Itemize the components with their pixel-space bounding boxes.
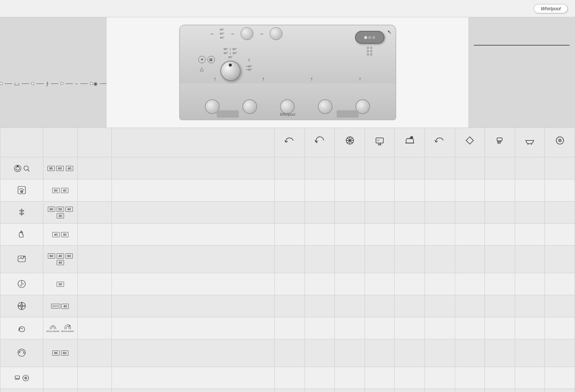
opt-rinse bbox=[455, 339, 485, 367]
col-drain-header: +° bbox=[365, 128, 395, 157]
opt-shower bbox=[485, 367, 515, 389]
opt-drain bbox=[365, 202, 395, 224]
opt-drain bbox=[365, 317, 395, 339]
col-stop-header bbox=[545, 128, 575, 157]
program-cell bbox=[0, 295, 43, 317]
program-cell bbox=[0, 224, 43, 246]
desc-cell bbox=[112, 367, 275, 389]
opt-shower bbox=[485, 295, 515, 317]
temp-badge: 30 bbox=[57, 282, 64, 287]
machine-brand-text: Whirlpool bbox=[280, 113, 295, 117]
svg-line-28 bbox=[500, 142, 500, 144]
opt-halfload bbox=[425, 157, 455, 179]
opt-shower bbox=[485, 224, 515, 246]
opt-spin2 bbox=[305, 157, 335, 179]
temp-badge: 60 bbox=[48, 253, 55, 259]
svg-line-22 bbox=[497, 141, 498, 142]
temp-cell bbox=[77, 273, 111, 295]
temp-badge: 95 bbox=[52, 350, 60, 356]
temp-cell bbox=[77, 367, 111, 389]
opt-halfload bbox=[425, 246, 455, 273]
desc-cell bbox=[112, 246, 275, 273]
svg-point-37 bbox=[24, 166, 28, 170]
opt-rinse bbox=[455, 317, 485, 339]
opt-eco bbox=[335, 339, 365, 367]
svg-line-27 bbox=[499, 142, 499, 144]
opt-stop bbox=[545, 202, 575, 224]
desc-cell bbox=[112, 295, 275, 317]
opt-shower bbox=[485, 339, 515, 367]
opt-prewash bbox=[395, 202, 425, 224]
opt-prewash bbox=[395, 339, 425, 367]
svg-text:+°: +° bbox=[377, 139, 380, 142]
machine-foot-right bbox=[337, 110, 359, 118]
svg-line-26 bbox=[498, 142, 498, 144]
opt-stop bbox=[545, 339, 575, 367]
opt-shower bbox=[485, 317, 515, 339]
opt-tub bbox=[515, 273, 545, 295]
opt-spin2 bbox=[305, 224, 335, 246]
table-header-row: +° bbox=[0, 128, 575, 157]
opt-spin2 bbox=[305, 367, 335, 389]
opt-halfload bbox=[425, 295, 455, 317]
desc-cell bbox=[112, 224, 275, 246]
col-tub-header bbox=[515, 128, 545, 157]
opt-shower bbox=[485, 202, 515, 224]
col-halfload-header bbox=[425, 128, 455, 157]
opt-spin1 bbox=[275, 367, 305, 389]
opt-rinse bbox=[455, 246, 485, 273]
col-fabric-header bbox=[43, 128, 77, 157]
svg-rect-21 bbox=[497, 138, 502, 141]
svg-point-54 bbox=[24, 377, 27, 379]
fabric-cell: 60 40 bbox=[43, 179, 77, 202]
opt-drain bbox=[365, 224, 395, 246]
opt-eco bbox=[335, 295, 365, 317]
opt-shower bbox=[485, 273, 515, 295]
opt-drain bbox=[365, 273, 395, 295]
opt-halfload bbox=[425, 273, 455, 295]
machine-foot-left bbox=[217, 110, 239, 118]
program-cell bbox=[0, 339, 43, 367]
fabric-cell: ECO 40 bbox=[43, 295, 77, 317]
program-cell bbox=[0, 246, 43, 273]
svg-point-36 bbox=[17, 165, 18, 167]
opt-drain bbox=[365, 389, 395, 392]
prog-line-3 bbox=[36, 83, 44, 84]
temp-badge: 60 bbox=[52, 188, 60, 193]
temp-cell bbox=[77, 389, 111, 392]
program-cell bbox=[0, 317, 43, 339]
opt-drain bbox=[365, 246, 395, 273]
prog-dot-3 bbox=[60, 82, 63, 85]
opt-shower bbox=[485, 246, 515, 273]
opt-rinse bbox=[455, 367, 485, 389]
opt-rinse bbox=[455, 389, 485, 392]
prog-dot-2 bbox=[31, 82, 34, 85]
temp-badge: 60 bbox=[48, 207, 55, 212]
table-row: 60 50 40 30 bbox=[0, 202, 575, 224]
svg-line-23 bbox=[498, 141, 499, 142]
opt-spin1 bbox=[275, 389, 305, 392]
opt-prewash bbox=[395, 317, 425, 339]
desc-cell bbox=[112, 179, 275, 202]
col-spin2-header bbox=[305, 128, 335, 157]
svg-point-47 bbox=[18, 349, 25, 356]
opt-drain bbox=[365, 367, 395, 389]
fabric-cell: 30 bbox=[43, 273, 77, 295]
opt-prewash bbox=[395, 273, 425, 295]
opt-spin2 bbox=[305, 246, 335, 273]
temp-badge: 95 bbox=[47, 166, 55, 171]
desc-cell bbox=[112, 317, 275, 339]
opt-tub bbox=[515, 339, 545, 367]
temp-badge: 60 bbox=[61, 350, 68, 356]
col-eco-header bbox=[335, 128, 365, 157]
col-desc-header bbox=[112, 128, 275, 157]
top-bar: Whirlpool bbox=[0, 0, 575, 17]
opt-spin2 bbox=[305, 339, 335, 367]
main-content: ↩ ⌴ ∱ ⎓ ◉ bbox=[0, 17, 575, 392]
opt-drain bbox=[365, 157, 395, 179]
opt-prewash bbox=[395, 157, 425, 179]
opt-eco bbox=[335, 202, 365, 224]
opt-halfload bbox=[425, 202, 455, 224]
opt-halfload bbox=[425, 179, 455, 202]
opt-prewash bbox=[395, 295, 425, 317]
